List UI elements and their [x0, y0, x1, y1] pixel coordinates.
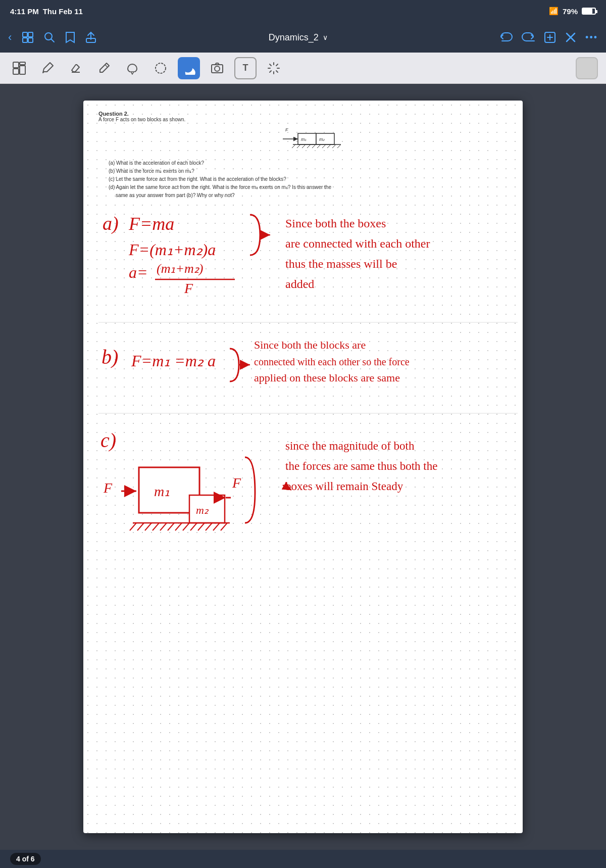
section-a: a) F=ma F=(m₁+m₂)a a= (m₁+m₂) [98, 205, 508, 306]
svg-text:the forces  are  same  thus  b: the forces are same thus both the [285, 460, 437, 472]
question-diagram: F m₁ m₂ [98, 126, 508, 154]
nav-center: Dynamics_2 ∨ [105, 32, 491, 43]
svg-line-24 [270, 64, 271, 66]
question-title: Question 2. [98, 111, 508, 117]
grid-button[interactable] [22, 31, 34, 43]
svg-text:F=ma: F=ma [128, 214, 174, 234]
toolbar: T [0, 53, 606, 84]
svg-line-37 [302, 144, 306, 148]
circle-tool[interactable] [149, 57, 172, 79]
svg-text:connected  with  each other  s: connected with each other so the force [254, 356, 410, 367]
document-page: Question 2. A force F acts on two blocks… [83, 101, 523, 833]
svg-line-43 [332, 144, 336, 148]
svg-text:m₁: m₁ [154, 484, 170, 499]
svg-text:(m₁+m₂): (m₁+m₂) [157, 261, 203, 276]
svg-line-83 [190, 523, 197, 531]
svg-line-75 [130, 523, 136, 531]
color-picker[interactable] [576, 57, 598, 79]
add-page-button[interactable] [544, 31, 556, 43]
section-a-equations: a) F=ma F=(m₁+m₂)a a= (m₁+m₂) [98, 205, 270, 306]
svg-line-25 [276, 71, 278, 72]
svg-text:a=: a= [129, 263, 148, 281]
lasso-tool[interactable] [121, 57, 143, 79]
sub-q-b: (b) What is the force m₂ exerts on m₁? [109, 167, 508, 175]
svg-line-85 [206, 523, 212, 531]
svg-rect-15 [20, 66, 25, 74]
svg-point-19 [215, 66, 220, 71]
sub-q-d: (d) Again let the same force act from th… [109, 183, 508, 200]
svg-line-82 [183, 523, 189, 531]
svg-rect-1 [28, 32, 33, 37]
svg-line-35 [292, 144, 295, 148]
back-button[interactable]: ‹ [8, 31, 12, 44]
title-chevron[interactable]: ∨ [323, 33, 328, 41]
section-b: b) F=m₁ =m₂ a Since both the blocks are … [98, 331, 508, 397]
bookmark-button[interactable] [65, 31, 75, 43]
nav-bar: ‹ Dynamics_2 [0, 22, 606, 53]
share-button[interactable] [85, 31, 96, 43]
status-bar: 4:11 PM Thu Feb 11 📶 79% [0, 0, 606, 22]
section-a-text: Since both the boxes are connected with … [270, 205, 523, 301]
nav-left: ‹ [8, 31, 96, 44]
status-right: 📶 79% [549, 7, 596, 16]
svg-text:applied  on  these  blocks  ar: applied on these blocks are same [254, 371, 400, 384]
svg-text:c): c) [100, 429, 116, 452]
svg-rect-12 [13, 62, 19, 68]
question-desc: A force F acts on two blocks as shown. [98, 117, 508, 122]
svg-line-44 [337, 144, 341, 148]
sub-q-c: (c) Let the same force act from the righ… [109, 175, 508, 183]
camera-tool[interactable] [206, 57, 228, 79]
image-tool[interactable] [178, 57, 200, 79]
svg-text:boxes  will remain    Steady: boxes will remain Steady [285, 480, 403, 493]
svg-text:are  connected  with  each oth: are connected with each other [285, 237, 430, 250]
redo-button[interactable] [522, 32, 535, 43]
bottom-bar: 4 of 6 [0, 850, 606, 868]
svg-line-16 [105, 65, 108, 67]
search-button[interactable] [44, 32, 55, 43]
undo-button[interactable] [499, 32, 513, 43]
svg-rect-0 [23, 32, 27, 37]
svg-text:b): b) [102, 346, 118, 368]
svg-text:Since  both  the  boxes: Since both the boxes [285, 217, 386, 230]
svg-rect-2 [23, 38, 27, 42]
svg-text:F: F [184, 280, 193, 296]
svg-line-38 [307, 144, 311, 148]
svg-text:Since  both  the  blocks  are: Since both the blocks are [254, 339, 366, 351]
svg-text:since  the  magnitude  of both: since the magnitude of both [285, 440, 415, 452]
time: 4:11 PM [10, 7, 39, 16]
svg-text:a): a) [103, 213, 119, 234]
svg-line-36 [297, 144, 300, 148]
battery-icon [582, 8, 596, 15]
svg-line-76 [137, 523, 144, 531]
svg-text:F: F [232, 475, 241, 491]
magic-tool[interactable] [263, 57, 285, 79]
layout-tool[interactable] [8, 57, 30, 79]
document-title: Dynamics_2 [269, 32, 319, 43]
svg-line-5 [52, 39, 55, 42]
text-tool[interactable]: T [234, 57, 257, 79]
svg-line-84 [198, 523, 205, 531]
pen-tool[interactable] [36, 57, 59, 79]
svg-rect-13 [20, 62, 25, 65]
section-c-text: since the magnitude of both the forces a… [280, 422, 523, 533]
section-c-diagram: c) F m₁ m₂ F [98, 422, 270, 573]
pencil-tool[interactable] [93, 57, 115, 79]
svg-text:F: F [285, 127, 288, 132]
svg-line-80 [168, 523, 174, 531]
svg-text:F=(m₁+m₂)a: F=(m₁+m₂)a [128, 240, 216, 259]
eraser-tool[interactable] [65, 57, 87, 79]
svg-line-40 [317, 144, 321, 148]
handwritten-answers: a) F=ma F=(m₁+m₂)a a= (m₁+m₂) [98, 205, 508, 573]
svg-line-86 [213, 523, 220, 531]
sub-questions: (a) What is the acceleration of each blo… [109, 159, 508, 200]
more-button[interactable]: ••• [585, 32, 598, 43]
close-button[interactable] [565, 32, 576, 43]
svg-text:added: added [285, 277, 314, 291]
svg-line-39 [312, 144, 316, 148]
svg-text:thus  the  masses  will  be: thus the masses will be [285, 257, 397, 270]
battery-percent: 79% [563, 7, 578, 16]
question-header: Question 2. A force F acts on two blocks… [98, 111, 508, 122]
text-icon: T [243, 63, 248, 73]
svg-point-17 [156, 63, 166, 73]
svg-line-77 [145, 523, 152, 531]
